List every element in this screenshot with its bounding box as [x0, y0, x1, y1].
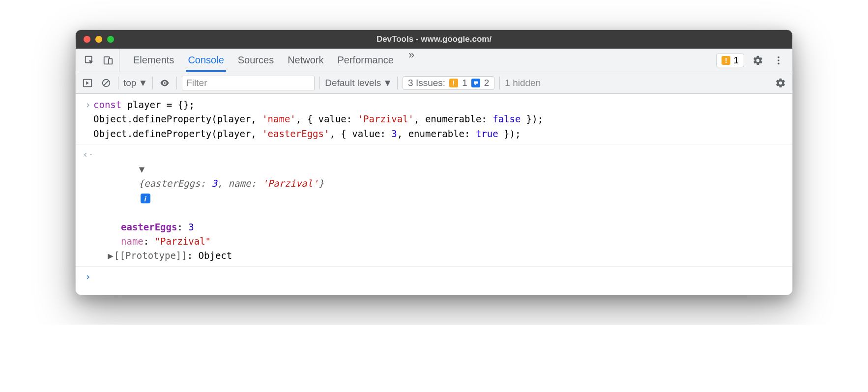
kebab-menu-icon[interactable]: [772, 54, 785, 67]
main-tabbar: Elements Console Sources Network Perform…: [76, 49, 792, 72]
settings-icon[interactable]: [751, 54, 765, 67]
tab-elements[interactable]: Elements: [131, 49, 176, 72]
divider: [176, 77, 177, 89]
input-prompt-icon: ›: [83, 270, 93, 284]
right-controls: ! 1: [716, 54, 787, 67]
more-tabs-button[interactable]: »: [408, 49, 414, 72]
chevron-down-icon: ▼: [383, 78, 392, 88]
console-input-line1: const player = {};: [93, 98, 195, 112]
device-toggle-icon[interactable]: [101, 54, 115, 67]
traffic-lights: [84, 36, 114, 43]
object-property-row: name: "Parzival": [76, 234, 792, 249]
object-property-row: ▶[[Prototype]]: Object: [76, 249, 792, 263]
output-prompt-icon: ‹·: [83, 147, 93, 162]
tab-console[interactable]: Console: [186, 49, 226, 72]
object-preview[interactable]: ▼ {easterEggs: 3, name: 'Parzival'} i: [93, 147, 324, 220]
divider: [152, 77, 153, 89]
context-label: top: [123, 78, 136, 88]
console-prompt-row[interactable]: ›: [76, 270, 792, 284]
console-input-line3: Object.defineProperty(player, 'easterEgg…: [93, 127, 521, 141]
context-selector[interactable]: top ▼: [123, 78, 147, 88]
expand-toggle-icon[interactable]: ▼: [139, 162, 145, 176]
sidebar-toggle-icon[interactable]: [81, 76, 94, 90]
tab-sources[interactable]: Sources: [236, 49, 276, 72]
divider: [499, 77, 500, 89]
console-toolbar: top ▼ Default levels ▼ 3 Issues: ! 1 2 1…: [76, 72, 792, 94]
issues-chip[interactable]: ! 1: [716, 54, 744, 67]
svg-point-5: [778, 62, 780, 64]
object-property[interactable]: easterEggs: 3: [93, 220, 194, 234]
clear-console-icon[interactable]: [99, 76, 113, 90]
svg-line-8: [104, 81, 108, 85]
console-input-row: › const player = {};: [76, 98, 792, 112]
filter-input[interactable]: [182, 76, 315, 90]
console-input-line2: Object.defineProperty(player, 'name', { …: [93, 112, 543, 126]
live-expression-icon[interactable]: [158, 76, 172, 90]
window-minimize-button[interactable]: [95, 36, 102, 43]
divider: [118, 77, 118, 89]
console-body: › const player = {}; Object.defineProper…: [76, 94, 792, 295]
object-property-row: easterEggs: 3: [76, 220, 792, 234]
issues-warn-count: 1: [462, 78, 467, 88]
window-title: DevTools - www.google.com/: [76, 34, 792, 44]
warning-icon: !: [722, 56, 730, 65]
info-icon: [471, 79, 480, 87]
console-output-row: ‹· ▼ {easterEggs: 3, name: 'Parzival'} i: [76, 147, 792, 220]
issues-chip-count: 1: [733, 55, 739, 66]
svg-point-4: [778, 59, 780, 61]
issues-summary[interactable]: 3 Issues: ! 1 2: [403, 76, 494, 90]
issues-info-count: 2: [484, 78, 490, 88]
prototype-row[interactable]: ▶[[Prototype]]: Object: [93, 249, 232, 263]
svg-rect-2: [109, 58, 112, 64]
inspect-tools: [81, 49, 119, 72]
inspect-element-icon[interactable]: [83, 54, 96, 67]
titlebar: DevTools - www.google.com/: [76, 30, 792, 49]
window-close-button[interactable]: [84, 36, 90, 43]
console-prompt-input[interactable]: [93, 270, 99, 284]
object-property[interactable]: name: "Parzival": [93, 234, 211, 249]
log-levels-label: Default levels: [325, 78, 381, 88]
expand-toggle-icon[interactable]: ▶: [107, 249, 114, 263]
input-prompt-icon: ›: [83, 98, 93, 112]
svg-rect-9: [474, 81, 478, 84]
divider: [319, 77, 320, 89]
divider: [397, 77, 398, 89]
svg-point-3: [778, 56, 780, 58]
hidden-count-label: 1 hidden: [505, 78, 541, 88]
chevron-down-icon: ▼: [138, 78, 147, 88]
tab-performance[interactable]: Performance: [336, 49, 396, 72]
window-maximize-button[interactable]: [107, 36, 114, 43]
tab-network[interactable]: Network: [286, 49, 325, 72]
console-settings-icon[interactable]: [774, 76, 787, 90]
console-input-row: Object.defineProperty(player, 'name', { …: [76, 112, 792, 126]
object-info-badge-icon[interactable]: i: [141, 194, 150, 203]
main-tabs: Elements Console Sources Network Perform…: [122, 49, 414, 72]
warning-icon: !: [449, 79, 458, 87]
devtools-window: DevTools - www.google.com/ Elements Cons…: [75, 29, 793, 295]
console-input-row: Object.defineProperty(player, 'easterEgg…: [76, 127, 792, 141]
issues-summary-label: 3 Issues:: [408, 78, 445, 88]
log-levels-selector[interactable]: Default levels ▼: [325, 78, 392, 88]
